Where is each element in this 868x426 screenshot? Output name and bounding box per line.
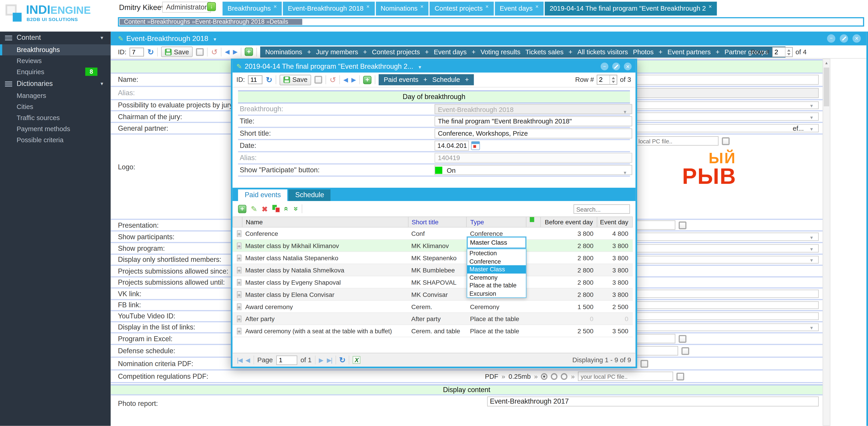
tab-close-icon[interactable] [366,3,369,9]
sidebar-item-possible-criteria[interactable]: Possible criteria [0,134,111,146]
column-status[interactable] [527,217,541,227]
window-close-button[interactable] [852,34,861,43]
toolbar-checkbox[interactable] [196,48,204,56]
program-excel-delete-checkbox[interactable] [679,335,686,342]
grid-toggle-status-icon[interactable] [272,205,280,213]
modal-header[interactable]: 2019-04-14 The final program "Event Brea… [232,60,636,72]
add-record-button[interactable] [363,75,372,84]
row-expand-icon[interactable] [237,242,241,249]
next-record-icon[interactable] [233,48,238,55]
table-row[interactable]: Master class Natalia Stepanenko MK Stepa… [232,252,633,264]
type-editor-input[interactable] [467,237,526,249]
tab-close-icon[interactable] [420,3,423,9]
strip-add-button[interactable]: + [471,48,475,56]
short-title-input[interactable] [434,128,632,139]
chevron-down-icon[interactable] [213,37,217,42]
sidebar-item-breakthroughs[interactable]: Breakthroughs [0,44,111,55]
strip-tab-event-partners[interactable]: Event partners [668,48,711,56]
row-expand-icon[interactable] [237,230,241,237]
undo-icon[interactable] [211,48,218,56]
excel-export-icon[interactable] [353,356,361,364]
radio-icon[interactable] [541,373,548,379]
column-event-day[interactable]: Event day [597,217,632,227]
participate-select[interactable]: On [434,165,632,175]
modal-id-input[interactable] [248,75,263,84]
sidebar-item-managers[interactable]: Managers [0,90,111,101]
last-page-icon[interactable] [327,356,332,364]
spin-down-icon[interactable] [785,52,792,56]
dropdown-option-conference[interactable]: Conference [467,257,526,266]
modal-restore-button[interactable] [612,63,620,70]
grid-edit-icon[interactable] [251,205,257,213]
refresh-icon[interactable] [266,76,272,84]
spin-down-icon[interactable] [610,80,617,84]
row-expand-icon[interactable] [237,267,241,273]
strip-tab-photos[interactable]: Photos [633,48,653,56]
move-up-icon[interactable] [282,207,291,211]
table-row[interactable]: Award ceremony (with a seat at the table… [232,325,633,337]
sidebar-group-content[interactable]: Content [0,32,111,44]
table-row[interactable]: Master class by Natalia Shmelkova MK Bum… [232,264,633,276]
modal-close-button[interactable] [624,63,631,70]
breadcrumb-event[interactable]: Event-Breakthrough 2018 [195,19,270,25]
row-expand-icon[interactable] [237,328,241,334]
refresh-icon[interactable] [339,356,346,364]
radio-icon[interactable] [561,373,567,379]
strip-tab-jury-members[interactable]: Jury members [316,48,358,56]
column-short-title[interactable]: Short title [408,217,467,227]
user-role-badge[interactable]: Administrator [162,2,211,13]
spin-up-icon[interactable] [610,75,617,80]
column-before-event-day[interactable]: Before event day [541,217,597,227]
defense-delete-checkbox[interactable] [682,347,689,355]
tab-close-icon[interactable] [709,3,712,9]
prev-record-icon[interactable] [343,76,348,84]
tab-contest-projects[interactable]: Contest projects [430,2,494,16]
strip-add-button[interactable]: + [568,48,572,56]
strip-tab-tickets-sales[interactable]: Tickets sales [525,48,563,56]
title-input[interactable] [434,116,632,126]
content-scrollbar[interactable] [823,59,830,426]
logout-icon[interactable] [207,2,216,11]
strip-tab-event-days[interactable]: Event days [434,48,467,56]
strip-tab-contest-projects[interactable]: Contest projects [372,48,420,56]
dropdown-option-place-at-the-table[interactable]: Place at the table [467,281,526,290]
strip-tab-schedule[interactable]: Schedule [432,76,460,84]
spin-up-icon[interactable] [785,47,792,52]
breadcrumb-content[interactable]: Content [124,19,151,25]
sidebar-item-enquiries[interactable]: Enquiries 8 [0,66,111,78]
sidebar-item-cities[interactable]: Cities [0,101,111,112]
next-record-icon[interactable] [351,76,356,84]
grid-add-button[interactable] [238,205,246,213]
tab-close-icon[interactable] [535,3,538,9]
date-input[interactable] [434,141,469,151]
calendar-icon[interactable] [471,141,480,150]
table-row[interactable]: After party After party Place at the tab… [232,313,633,325]
first-page-icon[interactable] [237,356,242,364]
toolbar-checkbox[interactable] [315,76,322,84]
presentation-delete-checkbox[interactable] [679,221,686,229]
next-page-icon[interactable] [319,356,323,364]
breadcrumb-breakthroughs[interactable]: Breakthroughs [150,19,195,25]
save-button[interactable]: Save [161,47,193,57]
table-row[interactable]: Master class by Evgeny Shapoval MK SHAPO… [232,276,633,288]
column-type[interactable]: Type [467,217,526,227]
scrollbar-thumb[interactable] [824,68,829,106]
window-minimize-button[interactable] [827,34,835,43]
prev-page-icon[interactable] [246,356,250,364]
prev-record-icon[interactable] [225,48,230,55]
strip-add-button[interactable]: + [423,76,427,84]
photo-report-input[interactable] [487,396,819,406]
row-number-input[interactable] [597,75,610,84]
tab-event-days[interactable]: Event days [495,2,544,16]
strip-add-button[interactable]: + [465,76,469,84]
nomination-delete-checkbox[interactable] [641,360,648,367]
row-expand-icon[interactable] [237,291,241,298]
tab-event-breakthrough-2018[interactable]: Event-Breakthrough 2018 [283,2,375,16]
table-row[interactable]: Award ceremony Cerem. Ceremony 1 500 2 5… [232,301,633,313]
strip-add-button[interactable]: + [658,48,662,56]
tab-final-program[interactable]: 2019-04-14 The final program "Event Brea… [545,2,717,16]
row-expand-icon[interactable] [237,254,241,261]
dropdown-option-excursion[interactable]: Excursion [467,290,526,298]
logo-delete-checkbox[interactable] [722,137,730,145]
tab-breakthroughs[interactable]: Breakthroughs [222,2,282,16]
